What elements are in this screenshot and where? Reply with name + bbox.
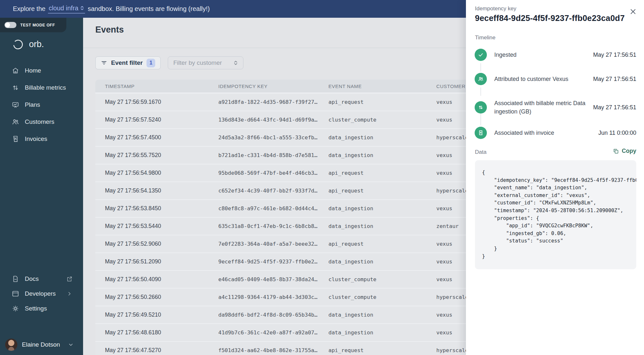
metric-arrows-icon [475,101,487,113]
cell-timestamp: May 27 17:56:50.2660 [95,289,209,306]
sidebar-item-home[interactable]: Home [0,62,83,79]
column-header-idempotency-key: IDEMPOTENCY KEY [209,80,319,93]
cell-timestamp: May 27 17:56:47.5270 [95,342,209,355]
cell-idempotency-key: 635c31a8-0cf1-47eb-9c1c-6b8cb8… [209,218,319,235]
up-down-arrows-icon [12,84,19,92]
primary-nav: Home Billable metrics Plans Customers In… [0,62,83,147]
cell-idempotency-key: 136d843e-d664-43fc-94d1-d69f9a… [209,111,319,128]
filter-bar: Event filter 1 Filter by customer [95,56,243,69]
page-title: Events [95,25,124,35]
sidebar-item-plans[interactable]: Plans [0,96,83,113]
sidebar-item-label: Customers [25,118,54,125]
cell-timestamp: May 27 17:56:51.2090 [95,253,209,270]
test-mode-toggle[interactable] [5,22,16,28]
chevron-right-icon [66,291,73,297]
cell-timestamp: May 27 17:56:55.7520 [95,147,209,164]
column-header-event-name: EVENT NAME [319,80,427,93]
copy-icon [613,148,619,154]
home-icon [12,67,19,74]
cell-timestamp: May 27 17:56:59.1670 [95,94,209,111]
sidebar-item-settings[interactable]: Settings [0,301,83,316]
timeline-timestamp: Jun 11 0:00:00 [598,130,636,136]
cell-idempotency-key: 7e0f2283-364a-40af-a5a7-beee32… [209,235,319,252]
customer-filter-select[interactable]: Filter by customer [168,56,243,69]
timeline-item-invoice: Associated with invoice Jun 11 0:00:00 [475,127,636,139]
timeline-connector [480,87,481,96]
customer-icon [475,73,487,85]
sidebar-item-label: Settings [25,305,47,312]
cell-event-name: api_request [319,164,427,182]
cell-timestamp: May 27 17:56:49.5210 [95,306,209,323]
orb-logo-icon [12,38,24,51]
sidebar-item-label: Home [25,67,41,74]
cell-idempotency-key: b721ad1e-c331-4b4d-858b-d7e581… [209,147,319,164]
cell-idempotency-key: 41d9b7c6-361c-42e0-a87f-a92a07… [209,324,319,341]
cell-event-name: cluster_compute [319,289,427,306]
gear-icon [12,305,19,312]
cell-event-name: cluster_compute [319,271,427,288]
cell-timestamp: May 27 17:56:57.4500 [95,129,209,146]
user-name: Elaine Dotson [22,341,60,348]
cell-event-name: data_ingestion [319,147,427,164]
timeline-label: Associated with invoice [494,129,554,137]
toggle-knob [5,23,10,27]
customer-filter-placeholder: Filter by customer [173,59,222,66]
cell-event-name: api_request [319,94,427,111]
test-mode-badge: TEST MODE OFF [0,18,66,32]
sidebar-item-developers[interactable]: Developers [0,286,83,301]
user-menu[interactable]: Elaine Dotson [0,337,83,352]
cell-idempotency-key: c652ef34-4c39-40f7-bb2f-933f7d… [209,182,319,199]
sidebar-item-docs[interactable]: Docs [0,271,83,286]
filter-icon [101,60,107,66]
unfold-chevrons-icon [80,5,84,11]
copy-label: Copy [622,148,636,154]
cell-idempotency-key: da98ddf6-bdf2-4f8d-8c09-65b34b… [209,306,319,323]
event-json-block: { "idempotency_key": "9eceff84-9d25-4f5f… [475,160,636,269]
cell-idempotency-key: 24d5a3a2-8f66-4bc1-a555-33cefb… [209,129,319,146]
cell-event-name: data_ingestion [319,200,427,217]
check-icon [475,49,487,61]
event-json: { "idempotency_key": "9eceff84-9d25-4f5f… [482,169,636,260]
external-link-icon [66,276,73,282]
select-chevrons-icon [233,60,239,66]
sidebar-item-label: Invoices [25,135,47,143]
environment-selector[interactable]: cloud infra [48,5,85,14]
event-detail-drawer: Idempotency key 9eceff84-9d25-4f5f-9237-… [466,0,644,355]
chevron-down-icon [68,341,74,348]
event-filter-button[interactable]: Event filter 1 [95,56,161,69]
orb-logo[interactable]: orb. [12,38,44,51]
sidebar-item-invoices[interactable]: Invoices [0,130,83,147]
cell-timestamp: May 27 17:56:53.5440 [95,218,209,235]
sidebar-item-customers[interactable]: Customers [0,113,83,130]
timeline-timestamp: May 27 17:56:51 [593,104,636,111]
timeline-title: Timeline [475,35,496,41]
timeline-label: Associated with billable metric Data ing… [494,99,586,116]
timeline-timestamp: May 27 17:56:51 [593,52,636,58]
sidebar-item-label: Docs [25,275,39,282]
timeline-item-attributed: Attributed to customer Vexus May 27 17:5… [475,73,636,85]
data-section-title: Data [475,149,487,155]
cell-idempotency-key: e46cad05-0409-4e85-8b37-38da24… [209,271,319,288]
event-filter-label: Event filter [111,59,143,66]
close-icon[interactable] [629,8,637,15]
avatar [5,339,17,351]
window-icon [12,290,19,298]
idempotency-key-value: 9eceff84-9d25-4f5f-9237-ffb0e23ca0d7 [475,14,625,23]
timeline-item-ingested: Ingested May 27 17:56:51 [475,49,636,61]
cell-event-name: data_ingestion [319,253,427,270]
cell-event-name: data_ingestion [319,129,427,146]
cell-event-name: api_request [319,342,427,355]
cell-event-name: api_request [319,182,427,199]
sidebar: TEST MODE OFF orb. Home Billable metrics [0,18,83,355]
cell-idempotency-key: a4c11298-9364-4179-ab44-3d303c… [209,289,319,306]
cell-timestamp: May 27 17:56:54.9800 [95,164,209,182]
cell-idempotency-key: c80ef8c8-a97c-461e-b682-0d44c4… [209,200,319,217]
timeline-label: Ingested [494,51,516,59]
cell-idempotency-key: a921d8fa-1822-4d35-9687-f39f27… [209,94,319,111]
copy-button[interactable]: Copy [613,148,636,154]
cell-event-name: data_ingestion [319,324,427,341]
sidebar-item-label: Billable metrics [25,84,66,91]
sidebar-item-billable-metrics[interactable]: Billable metrics [0,79,83,96]
timeline-connector [480,63,481,72]
banner-text-prefix: Explore the [13,5,45,13]
